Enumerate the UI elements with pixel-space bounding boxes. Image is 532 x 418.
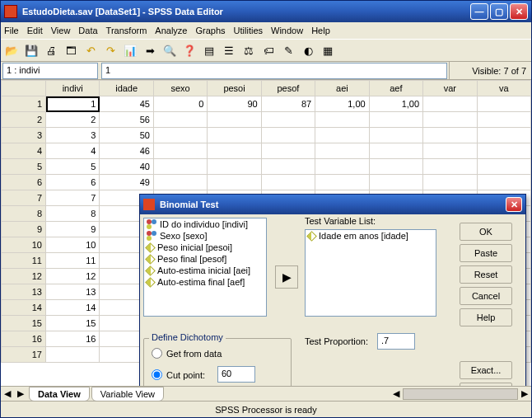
data-cell[interactable] xyxy=(153,128,207,143)
open-icon[interactable]: 📂 xyxy=(4,43,19,58)
data-cell[interactable]: 5 xyxy=(46,159,100,175)
tab-scroll-left-icon[interactable]: ◀ xyxy=(1,388,14,399)
value-labels-icon[interactable]: 🏷 xyxy=(261,43,276,58)
data-cell[interactable]: 8 xyxy=(46,206,100,222)
column-header[interactable]: sexo xyxy=(153,81,207,96)
data-cell[interactable] xyxy=(477,128,531,143)
data-cell[interactable] xyxy=(369,143,422,159)
data-cell[interactable]: 40 xyxy=(100,159,153,175)
data-cell[interactable]: 15 xyxy=(46,316,100,331)
maximize-button[interactable]: ▢ xyxy=(490,3,508,20)
tab-data-view[interactable]: Data View xyxy=(29,387,90,402)
data-cell[interactable] xyxy=(315,159,369,175)
row-number[interactable]: 2 xyxy=(2,112,46,128)
row-number[interactable]: 14 xyxy=(2,300,46,316)
tab-scroll-right-icon[interactable]: ▶ xyxy=(14,388,27,399)
data-cell[interactable]: 7 xyxy=(46,190,100,206)
options-button[interactable]: Options... xyxy=(460,383,512,386)
menu-utilities[interactable]: Utilities xyxy=(234,26,263,35)
list-item[interactable]: ID do individuo [indivi] xyxy=(144,218,266,230)
undo-icon[interactable]: ↶ xyxy=(83,43,98,58)
data-cell[interactable]: 87 xyxy=(261,96,315,112)
data-cell[interactable] xyxy=(208,175,261,190)
data-cell[interactable]: 9 xyxy=(46,222,100,237)
cut-point-field[interactable]: 60 xyxy=(217,366,255,383)
row-number[interactable]: 16 xyxy=(2,331,46,347)
data-cell[interactable]: 45 xyxy=(100,96,153,112)
data-cell[interactable]: 13 xyxy=(46,284,100,300)
data-cell[interactable] xyxy=(208,143,261,159)
column-header[interactable]: pesof xyxy=(261,81,315,96)
row-number[interactable]: 5 xyxy=(2,159,46,175)
menu-window[interactable]: Window xyxy=(271,26,303,35)
data-cell[interactable] xyxy=(208,112,261,128)
data-cell[interactable]: 50 xyxy=(100,128,153,143)
show-all-icon[interactable]: ◐ xyxy=(301,43,315,58)
data-cell[interactable]: 56 xyxy=(100,112,153,128)
data-grid[interactable]: indiviidadesexopesoipesofaeiaefvarva1145… xyxy=(1,80,531,386)
data-cell[interactable] xyxy=(477,96,531,112)
column-header[interactable]: va xyxy=(477,81,531,96)
goto-chart-icon[interactable]: 📊 xyxy=(123,43,138,58)
list-item[interactable]: Idade em anos [idade] xyxy=(306,230,436,242)
data-cell[interactable]: 1,00 xyxy=(369,96,422,112)
list-item[interactable]: Peso final [pesof] xyxy=(144,253,266,265)
data-cell[interactable]: 14 xyxy=(46,300,100,316)
column-header[interactable]: pesoi xyxy=(208,81,261,96)
data-cell[interactable] xyxy=(261,175,315,190)
data-cell[interactable] xyxy=(423,112,477,128)
cell-name-field[interactable]: 1 : indivi xyxy=(2,63,98,79)
cancel-button[interactable]: Cancel xyxy=(460,287,512,305)
data-cell[interactable] xyxy=(369,128,422,143)
data-cell[interactable] xyxy=(423,143,477,159)
menu-view[interactable]: View xyxy=(51,26,71,35)
data-cell[interactable] xyxy=(153,143,207,159)
test-proportion-field[interactable]: .7 xyxy=(377,333,415,350)
cell-value-field[interactable]: 1 xyxy=(101,63,447,79)
data-cell[interactable] xyxy=(423,175,477,190)
weight-icon[interactable]: ⚖ xyxy=(241,43,256,58)
row-number[interactable]: 9 xyxy=(2,222,46,237)
data-cell[interactable] xyxy=(315,175,369,190)
data-cell[interactable] xyxy=(369,112,422,128)
data-cell[interactable]: 46 xyxy=(100,143,153,159)
data-cell[interactable] xyxy=(477,175,531,190)
paste-button[interactable]: Paste xyxy=(460,244,512,262)
row-number[interactable]: 12 xyxy=(2,269,46,284)
print-icon[interactable]: 🖨 xyxy=(44,43,58,58)
dialog-close-button[interactable]: ✕ xyxy=(506,197,522,212)
data-cell[interactable] xyxy=(153,175,207,190)
row-number[interactable]: 4 xyxy=(2,143,46,159)
row-number[interactable]: 11 xyxy=(2,253,46,269)
data-cell[interactable] xyxy=(477,143,531,159)
data-cell[interactable] xyxy=(261,143,315,159)
hscroll-left-icon[interactable]: ◀ xyxy=(390,388,403,399)
redo-icon[interactable]: ↷ xyxy=(103,43,118,58)
data-cell[interactable]: 0 xyxy=(153,96,207,112)
data-cell[interactable] xyxy=(369,159,422,175)
menu-help[interactable]: Help xyxy=(311,26,330,35)
select-cases-icon[interactable]: ☰ xyxy=(222,43,236,58)
data-cell[interactable] xyxy=(208,128,261,143)
row-number[interactable]: 15 xyxy=(2,316,46,331)
row-number[interactable]: 7 xyxy=(2,190,46,206)
list-item[interactable]: Auto-estima inicial [aei] xyxy=(144,265,266,276)
data-cell[interactable] xyxy=(153,159,207,175)
menu-edit[interactable]: Edit xyxy=(27,26,43,35)
data-cell[interactable] xyxy=(477,159,531,175)
close-button[interactable]: ✕ xyxy=(510,3,528,20)
data-cell[interactable] xyxy=(477,112,531,128)
data-cell[interactable]: 1 xyxy=(46,96,100,112)
data-cell[interactable] xyxy=(261,128,315,143)
variables-icon[interactable]: ❓ xyxy=(182,43,197,58)
split-file-icon[interactable]: ▤ xyxy=(202,43,217,58)
list-item[interactable]: Peso inicial [pesoi] xyxy=(144,242,266,253)
use-sets-icon[interactable]: ✎ xyxy=(281,43,296,58)
data-cell[interactable] xyxy=(46,347,100,363)
column-header[interactable]: aei xyxy=(315,81,369,96)
column-header[interactable]: idade xyxy=(100,81,153,96)
row-number[interactable]: 6 xyxy=(2,175,46,190)
minimize-button[interactable]: — xyxy=(470,3,488,20)
get-from-data-radio[interactable]: Get from data xyxy=(152,348,222,359)
reset-button[interactable]: Reset xyxy=(460,265,512,284)
